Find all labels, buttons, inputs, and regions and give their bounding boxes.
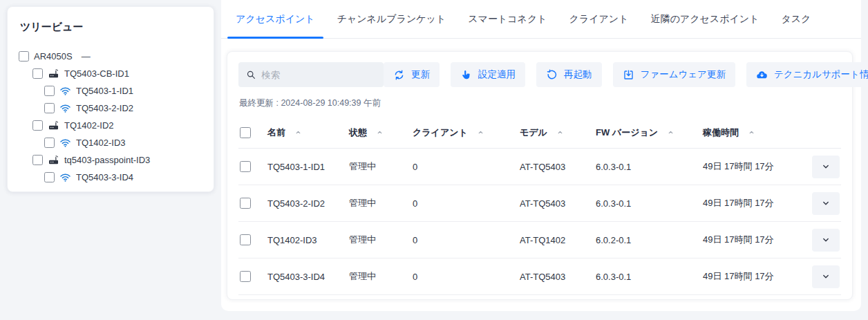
button-label: 設定適用 <box>478 68 516 81</box>
chevron-down-icon <box>821 162 831 171</box>
row-expand-button[interactable] <box>812 156 840 178</box>
reboot-icon <box>546 69 558 81</box>
cell-name: TQ5403-1-ID1 <box>267 162 349 172</box>
tree-node[interactable]: TQ1402-ID3 <box>19 134 202 151</box>
last-updated-text: 最終更新 : 2024-08-29 10:49:39 午前 <box>239 97 841 109</box>
tree-node-checkbox[interactable] <box>44 138 55 148</box>
tree-node-checkbox[interactable] <box>19 51 29 62</box>
tree-collapse-toggle[interactable]: — <box>82 51 91 62</box>
column-label: 状態 <box>349 126 367 139</box>
cell-status: 管理中 <box>349 197 413 209</box>
sort-caret-icon <box>477 129 484 136</box>
tab-bar: アクセスポイントチャンネルブランケットスマートコネクトクライアント近隣のアクセス… <box>221 0 861 39</box>
tech-support-info-button[interactable]: テクニカルサポート情報 <box>746 62 868 87</box>
tree-node[interactable]: TQ5403-3-ID4 <box>19 169 202 186</box>
sort-caret-icon <box>667 129 674 136</box>
cell-status: 管理中 <box>349 160 413 173</box>
tree-node[interactable]: TQ5403-2-ID2 <box>19 100 202 117</box>
cell-name: TQ5403-2-ID2 <box>267 198 349 209</box>
tree-node[interactable]: AR4050S— <box>19 48 202 65</box>
cell-fw_version: 6.0.3-0.1 <box>596 272 703 282</box>
action-buttons: 更新設定適用再起動ファームウェア更新テクニカルサポート情報 <box>384 62 868 87</box>
refresh-button[interactable]: 更新 <box>384 62 440 87</box>
ap-icon <box>48 120 59 131</box>
table-row: TQ5403-1-ID1管理中0AT-TQ54036.0.3-0.149日 17… <box>238 149 841 185</box>
sort-caret-icon <box>294 129 302 136</box>
cell-model: AT-TQ1402 <box>520 235 596 245</box>
column-label: 名前 <box>267 126 285 139</box>
device-tree: AR4050S—TQ5403-CB-ID1TQ5403-1-ID1TQ5403-… <box>19 48 202 186</box>
tree-view-title: ツリービュー <box>20 21 202 34</box>
tab-access-points[interactable]: アクセスポイント <box>227 0 323 38</box>
column-label: モデル <box>520 126 547 139</box>
table-row: TQ1402-ID3管理中0AT-TQ14026.0.2-0.149日 17時間… <box>238 222 841 258</box>
firmware-download-icon <box>623 69 634 81</box>
column-header-clients[interactable]: クライアント <box>413 126 520 139</box>
row-expand-button[interactable] <box>812 192 840 215</box>
column-header-uptime[interactable]: 稼働時間 <box>703 126 806 139</box>
row-expand-button[interactable] <box>812 229 840 252</box>
tree-node-checkbox[interactable] <box>44 86 55 96</box>
tab-neighbor-access-points[interactable]: 近隣のアクセスポイント <box>643 0 768 38</box>
chevron-down-icon <box>821 272 831 281</box>
tree-node-checkbox[interactable] <box>44 103 55 113</box>
column-label: FW バージョン <box>596 126 658 139</box>
tree-node-checkbox[interactable] <box>32 120 43 131</box>
firmware-update-button[interactable]: ファームウェア更新 <box>613 62 735 87</box>
apply-config-button[interactable]: 設定適用 <box>451 62 525 87</box>
button-label: 更新 <box>411 68 430 81</box>
access-points-card: 更新設定適用再起動ファームウェア更新テクニカルサポート情報 最終更新 : 202… <box>227 51 853 300</box>
row-expand-button[interactable] <box>812 265 840 288</box>
tree-node[interactable]: tq5403-passpoint-ID3 <box>19 151 202 169</box>
tree-node[interactable]: TQ1402-ID2 <box>19 117 202 134</box>
select-all-checkbox[interactable] <box>240 127 251 138</box>
tree-node-label: TQ5403-3-ID4 <box>76 172 133 182</box>
cell-uptime: 49日 17時間 17分 <box>703 197 806 209</box>
cell-uptime: 49日 17時間 17分 <box>703 270 806 283</box>
column-header-fw_version[interactable]: FW バージョン <box>596 126 703 139</box>
wifi-icon <box>59 85 71 97</box>
sort-caret-icon <box>748 129 755 136</box>
cell-name: TQ1402-ID3 <box>267 235 349 245</box>
tree-node-label: TQ1402-ID2 <box>64 120 114 131</box>
chevron-down-icon <box>821 235 831 245</box>
search-box[interactable] <box>238 62 384 87</box>
tree-node-checkbox[interactable] <box>44 172 55 182</box>
reboot-button[interactable]: 再起動 <box>536 62 602 87</box>
tree-node[interactable]: TQ5403-1-ID1 <box>19 82 202 100</box>
cell-status: 管理中 <box>349 270 413 283</box>
sort-caret-icon <box>376 129 384 136</box>
cell-uptime: 49日 17時間 17分 <box>703 160 806 173</box>
table-header-row: 名前状態クライアントモデルFW バージョン稼働時間 <box>238 117 841 149</box>
cell-name: TQ5403-3-ID4 <box>267 272 349 282</box>
tab-channel-blanket[interactable]: チャンネルブランケット <box>329 0 455 38</box>
cell-clients: 0 <box>413 235 520 245</box>
row-checkbox[interactable] <box>240 198 251 209</box>
cloud-download-icon <box>756 69 768 81</box>
search-input[interactable] <box>261 70 376 80</box>
tree-node-checkbox[interactable] <box>32 68 43 79</box>
hand-pointer-icon <box>460 69 472 81</box>
column-header-status[interactable]: 状態 <box>349 126 413 139</box>
wifi-icon <box>59 102 71 114</box>
row-checkbox[interactable] <box>240 271 251 282</box>
row-checkbox[interactable] <box>240 234 251 245</box>
column-header-name[interactable]: 名前 <box>267 126 349 139</box>
button-label: テクニカルサポート情報 <box>774 68 868 81</box>
cell-fw_version: 6.0.2-0.1 <box>596 235 703 245</box>
row-checkbox[interactable] <box>240 161 251 172</box>
refresh-icon <box>393 69 405 81</box>
button-label: ファームウェア更新 <box>641 68 726 81</box>
tab-tasks[interactable]: タスク <box>773 0 819 38</box>
tree-node-label: TQ1402-ID3 <box>76 138 126 148</box>
tree-node-checkbox[interactable] <box>32 155 43 165</box>
cell-model: AT-TQ5403 <box>520 198 596 209</box>
cell-fw_version: 6.0.3-0.1 <box>596 198 703 209</box>
cell-status: 管理中 <box>349 234 413 246</box>
tree-node-label: tq5403-passpoint-ID3 <box>64 155 150 165</box>
column-header-model[interactable]: モデル <box>520 126 596 139</box>
cell-clients: 0 <box>413 198 520 209</box>
tab-smart-connect[interactable]: スマートコネクト <box>460 0 555 38</box>
tab-clients[interactable]: クライアント <box>561 0 637 38</box>
tree-node[interactable]: TQ5403-CB-ID1 <box>19 65 202 82</box>
